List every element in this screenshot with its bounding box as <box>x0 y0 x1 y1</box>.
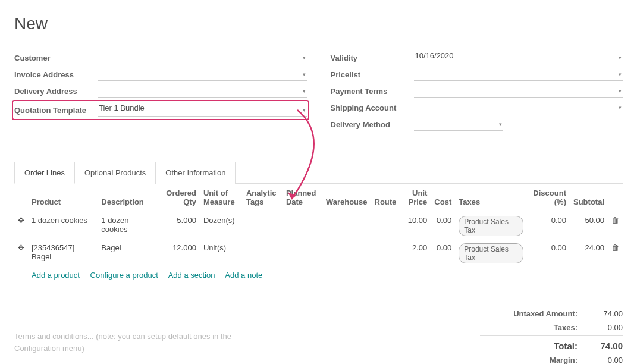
quotation-template-highlight: Quotation Template Tier 1 Bundle▾ <box>12 100 309 120</box>
cell-subtotal: 24.00 <box>570 240 608 267</box>
configure-product-link[interactable]: Configure a product <box>90 271 158 280</box>
drag-handle-icon[interactable]: ✥ <box>14 212 28 240</box>
add-section-link[interactable]: Add a section <box>168 271 215 280</box>
tabs: Order Lines Optional Products Other Info… <box>14 162 623 184</box>
cell-description[interactable]: 1 dozen cookies <box>98 212 159 240</box>
trash-icon[interactable]: 🗑 <box>608 212 623 240</box>
cell-subtotal: 50.00 <box>570 212 608 240</box>
chevron-down-icon: ▾ <box>619 105 622 111</box>
order-lines-table: Product Description Ordered Qty Unit of … <box>14 184 623 283</box>
trash-icon[interactable]: 🗑 <box>608 240 623 267</box>
drag-handle-icon[interactable]: ✥ <box>14 240 28 267</box>
col-description: Description <box>98 184 159 212</box>
cell-description[interactable]: Bagel <box>98 240 159 267</box>
delivery-method-label: Delivery Method <box>331 120 414 129</box>
pricelist-label: Pricelist <box>331 70 414 79</box>
col-warehouse: Warehouse <box>322 184 371 212</box>
table-row[interactable]: ✥ 1 dozen cookies 1 dozen cookies 5.000 … <box>14 212 623 240</box>
delivery-method-field[interactable]: ▾ <box>414 118 503 131</box>
validity-field[interactable]: 10/16/2020▾ <box>414 51 623 64</box>
col-subtotal: Subtotal <box>570 184 608 212</box>
col-taxes: Taxes <box>455 184 527 212</box>
tab-other-information[interactable]: Other Information <box>156 162 236 184</box>
chevron-down-icon: ▾ <box>499 121 502 127</box>
taxes-label: Taxes: <box>480 323 578 332</box>
payment-terms-field[interactable]: ▾ <box>414 84 623 98</box>
delivery-address-field[interactable]: ▾ <box>98 84 307 98</box>
invoice-address-label: Invoice Address <box>14 70 98 79</box>
col-tags: Analytic Tags <box>243 184 283 212</box>
chevron-down-icon: ▾ <box>619 55 622 61</box>
delivery-address-label: Delivery Address <box>14 87 98 96</box>
margin-value: 0.00 <box>587 356 623 364</box>
total-label: Total: <box>480 341 578 351</box>
shipping-account-field[interactable]: ▾ <box>414 101 623 114</box>
cell-product[interactable]: 1 dozen cookies <box>28 212 98 240</box>
chevron-down-icon: ▾ <box>303 88 306 94</box>
cell-unit-price[interactable]: 2.00 <box>400 240 431 267</box>
cell-unit-price[interactable]: 10.00 <box>400 212 431 240</box>
add-product-link[interactable]: Add a product <box>32 271 80 280</box>
cell-cost[interactable]: 0.00 <box>431 212 455 240</box>
add-note-link[interactable]: Add a note <box>225 271 262 280</box>
margin-label: Margin: <box>480 356 578 364</box>
cell-qty[interactable]: 5.000 <box>159 212 200 240</box>
col-uom: Unit of Measure <box>200 184 243 212</box>
validity-label: Validity <box>331 54 414 62</box>
cell-uom[interactable]: Unit(s) <box>200 240 243 267</box>
quotation-template-label: Quotation Template <box>14 106 98 115</box>
tab-order-lines[interactable]: Order Lines <box>14 162 75 184</box>
total-value: 74.00 <box>587 341 623 351</box>
taxes-value: 0.00 <box>587 323 623 332</box>
terms-placeholder[interactable]: Terms and conditions... (note: you can s… <box>14 331 276 354</box>
table-row[interactable]: ✥ [235436547] Bagel Bagel 12.000 Unit(s)… <box>14 240 623 267</box>
chevron-down-icon: ▾ <box>619 88 622 94</box>
chevron-down-icon: ▾ <box>303 107 306 113</box>
cell-discount[interactable]: 0.00 <box>527 240 570 267</box>
page-title: New <box>14 14 623 33</box>
untaxed-label: Untaxed Amount: <box>480 309 578 318</box>
col-discount: Discount (%) <box>527 184 570 212</box>
col-unit-price: Unit Price <box>400 184 431 212</box>
shipping-account-label: Shipping Account <box>331 103 414 112</box>
payment-terms-label: Payment Terms <box>331 87 414 96</box>
cell-qty[interactable]: 12.000 <box>159 240 200 267</box>
untaxed-value: 74.00 <box>587 309 623 318</box>
invoice-address-field[interactable]: ▾ <box>98 68 307 81</box>
tax-pill[interactable]: Product Sales Tax <box>459 243 523 263</box>
customer-label: Customer <box>14 54 98 62</box>
col-cost: Cost <box>431 184 455 212</box>
col-qty: Ordered Qty <box>159 184 200 212</box>
chevron-down-icon: ▾ <box>303 55 306 61</box>
chevron-down-icon: ▾ <box>303 71 306 77</box>
customer-field[interactable]: ▾ <box>98 51 307 64</box>
chevron-down-icon: ▾ <box>619 71 622 77</box>
quotation-template-field[interactable]: Tier 1 Bundle▾ <box>98 103 307 117</box>
cell-product[interactable]: [235436547] Bagel <box>28 240 98 267</box>
cell-cost[interactable]: 0.00 <box>431 240 455 267</box>
col-route: Route <box>371 184 400 212</box>
cell-uom[interactable]: Dozen(s) <box>200 212 243 240</box>
col-planned: Planned Date <box>283 184 322 212</box>
tab-optional-products[interactable]: Optional Products <box>75 162 156 184</box>
col-product: Product <box>28 184 98 212</box>
pricelist-field[interactable]: ▾ <box>414 68 623 81</box>
tax-pill[interactable]: Product Sales Tax <box>459 216 523 236</box>
cell-discount[interactable]: 0.00 <box>527 212 570 240</box>
